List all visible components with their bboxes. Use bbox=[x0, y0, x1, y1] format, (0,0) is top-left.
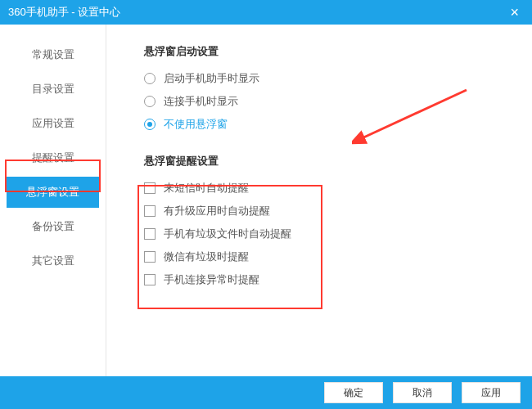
body: 常规设置 目录设置 应用设置 提醒设置 悬浮窗设置 备份设置 其它设置 悬浮窗启… bbox=[0, 25, 532, 376]
section-title-reminder: 悬浮窗提醒设置 bbox=[144, 154, 507, 169]
check-group-reminder: 来短信时自动提醒 有升级应用时自动提醒 手机有垃圾文件时自动提醒 微信有垃圾时提… bbox=[144, 177, 507, 291]
sidebar-item-label: 常规设置 bbox=[32, 47, 74, 62]
sidebar-item-general[interactable]: 常规设置 bbox=[0, 39, 106, 70]
radio-disable-float[interactable]: 不使用悬浮窗 bbox=[144, 113, 507, 136]
radio-label: 不使用悬浮窗 bbox=[164, 117, 228, 132]
radio-show-on-launch[interactable]: 启动手机助手时显示 bbox=[144, 67, 507, 90]
checkbox-icon bbox=[144, 274, 156, 285]
section-title-startup: 悬浮窗启动设置 bbox=[144, 44, 507, 59]
sidebar-item-label: 目录设置 bbox=[32, 82, 74, 97]
titlebar: 360手机助手 - 设置中心 × bbox=[0, 0, 532, 25]
footer: 确定 取消 应用 bbox=[0, 376, 532, 409]
radio-group-startup: 启动手机助手时显示 连接手机时显示 不使用悬浮窗 bbox=[144, 67, 507, 136]
check-junk[interactable]: 手机有垃圾文件时自动提醒 bbox=[144, 222, 507, 245]
sidebar-item-label: 其它设置 bbox=[32, 254, 74, 268]
sidebar-item-label: 备份设置 bbox=[32, 219, 74, 234]
radio-label: 连接手机时显示 bbox=[164, 94, 238, 109]
sidebar-item-label: 应用设置 bbox=[32, 116, 74, 131]
check-label: 手机连接异常时提醒 bbox=[164, 272, 259, 287]
sidebar-item-label: 提醒设置 bbox=[32, 151, 74, 165]
sidebar-item-other[interactable]: 其它设置 bbox=[0, 245, 106, 276]
radio-icon bbox=[144, 96, 156, 107]
sidebar-item-backup[interactable]: 备份设置 bbox=[0, 211, 106, 242]
check-connection[interactable]: 手机连接异常时提醒 bbox=[144, 268, 507, 291]
check-label: 手机有垃圾文件时自动提醒 bbox=[164, 227, 291, 241]
radio-label: 启动手机助手时显示 bbox=[164, 71, 259, 86]
content: 悬浮窗启动设置 启动手机助手时显示 连接手机时显示 不使用悬浮窗 悬浮窗提醒设置… bbox=[106, 25, 532, 376]
sidebar-item-apps[interactable]: 应用设置 bbox=[0, 108, 106, 139]
radio-icon bbox=[144, 73, 156, 84]
checkbox-icon bbox=[144, 228, 156, 240]
check-label: 有升级应用时自动提醒 bbox=[164, 204, 270, 218]
check-label: 来短信时自动提醒 bbox=[164, 181, 249, 196]
check-label: 微信有垃圾时提醒 bbox=[164, 249, 249, 264]
radio-icon bbox=[144, 119, 156, 130]
checkbox-icon bbox=[144, 251, 156, 263]
cancel-button[interactable]: 取消 bbox=[393, 382, 452, 403]
ok-button[interactable]: 确定 bbox=[324, 382, 383, 403]
sidebar-item-reminder[interactable]: 提醒设置 bbox=[0, 142, 106, 173]
check-sms[interactable]: 来短信时自动提醒 bbox=[144, 177, 507, 200]
apply-button[interactable]: 应用 bbox=[462, 382, 521, 403]
checkbox-icon bbox=[144, 205, 156, 217]
sidebar: 常规设置 目录设置 应用设置 提醒设置 悬浮窗设置 备份设置 其它设置 bbox=[0, 25, 106, 376]
check-wechat[interactable]: 微信有垃圾时提醒 bbox=[144, 245, 507, 268]
sidebar-item-float[interactable]: 悬浮窗设置 bbox=[7, 177, 99, 208]
radio-show-on-connect[interactable]: 连接手机时显示 bbox=[144, 90, 507, 113]
window-title: 360手机助手 - 设置中心 bbox=[8, 5, 120, 20]
sidebar-item-directory[interactable]: 目录设置 bbox=[0, 74, 106, 105]
sidebar-item-label: 悬浮窗设置 bbox=[26, 185, 79, 200]
check-upgrade[interactable]: 有升级应用时自动提醒 bbox=[144, 200, 507, 222]
checkbox-icon bbox=[144, 182, 156, 194]
close-icon[interactable]: × bbox=[505, 4, 524, 21]
